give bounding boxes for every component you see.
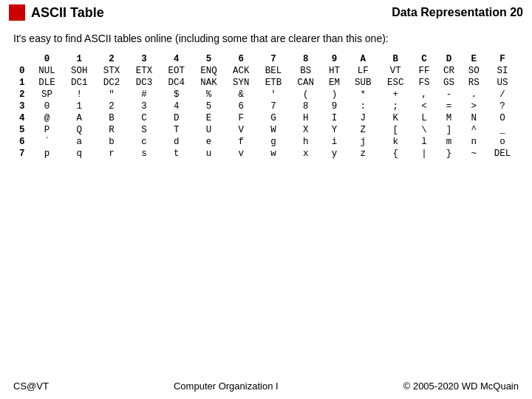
table-cell: U	[193, 124, 225, 136]
table-cell: 7	[257, 53, 290, 65]
footer-center: Computer Organization I	[174, 381, 279, 392]
table-cell: R	[95, 124, 128, 136]
table-cell: 5	[13, 124, 31, 136]
content-area: It's easy to find ASCII tables online (i…	[0, 25, 532, 166]
table-cell: 6	[13, 136, 31, 148]
table-cell: m	[437, 136, 462, 148]
table-cell: SYN	[225, 77, 257, 89]
table-cell: x	[290, 148, 322, 160]
table-row: 0NULSOHSTXETXEOTENQACKBELBSHTLFVTFFCRSOS…	[13, 65, 519, 77]
table-cell: EM	[322, 77, 347, 89]
table-cell: E	[461, 53, 486, 65]
table-cell: l	[412, 136, 437, 148]
table-cell: '	[257, 89, 290, 100]
table-cell: FF	[412, 65, 437, 77]
table-cell: "	[95, 89, 128, 100]
table-cell: F	[225, 112, 257, 124]
table-cell: DC1	[63, 77, 95, 89]
table-cell: 5	[193, 100, 225, 112]
table-row: 6`abcdefghijklmno	[13, 136, 519, 148]
table-cell: ;	[379, 100, 412, 112]
table-row: 4@ABCDEFGHIJKLMNO	[13, 112, 519, 124]
table-cell: -	[437, 89, 462, 100]
table-cell: BS	[290, 65, 322, 77]
table-cell: 0	[31, 100, 64, 112]
table-cell: DC3	[128, 77, 160, 89]
table-cell: B	[379, 53, 412, 65]
table-cell: 5	[193, 53, 225, 65]
table-cell: k	[379, 136, 412, 148]
table-cell: a	[63, 136, 95, 148]
table-cell: 3	[128, 53, 160, 65]
table-cell: W	[257, 124, 290, 136]
table-cell: @	[31, 112, 64, 124]
table-cell: (	[290, 89, 322, 100]
table-cell: RS	[461, 77, 486, 89]
table-cell: ?	[486, 100, 519, 112]
table-cell: 4	[160, 100, 193, 112]
table-cell: EOT	[160, 65, 193, 77]
table-cell: +	[379, 89, 412, 100]
table-cell: B	[95, 112, 128, 124]
table-cell: q	[63, 148, 95, 160]
intro-text: It's easy to find ASCII tables online (i…	[13, 33, 519, 44]
table-cell: I	[322, 112, 347, 124]
table-cell: \	[412, 124, 437, 136]
table-cell: p	[31, 148, 64, 160]
table-cell: D	[437, 53, 462, 65]
footer-left: CS@VT	[13, 381, 49, 392]
table-cell: d	[160, 136, 193, 148]
table-cell: 2	[13, 89, 31, 100]
table-cell: ~	[461, 148, 486, 160]
table-cell: `	[31, 136, 64, 148]
table-cell: }	[437, 148, 462, 160]
table-cell: ]	[437, 124, 462, 136]
table-cell: H	[290, 112, 322, 124]
table-cell: DC4	[160, 77, 193, 89]
table-cell: 8	[290, 53, 322, 65]
table-cell: NAK	[193, 77, 225, 89]
table-cell: 0	[13, 65, 31, 77]
table-cell: O	[486, 112, 519, 124]
table-cell: e	[193, 136, 225, 148]
header: ASCII Table Data Representation 20	[0, 0, 532, 25]
table-cell: T	[160, 124, 193, 136]
table-cell: z	[347, 148, 379, 160]
table-cell: ACK	[225, 65, 257, 77]
table-cell: ESC	[379, 77, 412, 89]
table-cell: v	[225, 148, 257, 160]
table-row: 5PQRSTUVWXYZ[\]^_	[13, 124, 519, 136]
table-cell: 4	[160, 53, 193, 65]
table-cell: ETX	[128, 65, 160, 77]
table-cell: 2	[95, 100, 128, 112]
table-cell: ETB	[257, 77, 290, 89]
table-cell: VT	[379, 65, 412, 77]
table-cell: >	[461, 100, 486, 112]
table-cell: h	[290, 136, 322, 148]
table-cell: 4	[13, 112, 31, 124]
table-cell: Q	[63, 124, 95, 136]
table-cell: C	[412, 53, 437, 65]
table-cell: DC2	[95, 77, 128, 89]
table-row: 7pqrstuvwxyz{|}~DEL	[13, 148, 519, 160]
table-cell: 7	[257, 100, 290, 112]
table-cell: j	[347, 136, 379, 148]
table-cell: t	[160, 148, 193, 160]
table-cell: y	[322, 148, 347, 160]
table-cell: )	[322, 89, 347, 100]
table-cell: b	[95, 136, 128, 148]
table-cell: SO	[461, 65, 486, 77]
table-row: 30123456789:;<=>?	[13, 100, 519, 112]
table-cell: J	[347, 112, 379, 124]
table-cell: A	[347, 53, 379, 65]
table-cell: A	[63, 112, 95, 124]
table-cell: g	[257, 136, 290, 148]
table-cell: X	[290, 124, 322, 136]
table-cell: HT	[322, 65, 347, 77]
table-cell: 1	[63, 53, 95, 65]
footer: CS@VT Computer Organization I © 2005-202…	[0, 381, 532, 392]
table-cell: K	[379, 112, 412, 124]
table-cell: CAN	[290, 77, 322, 89]
table-row: 0123456789ABCDEF	[13, 53, 519, 65]
table-cell: L	[412, 112, 437, 124]
